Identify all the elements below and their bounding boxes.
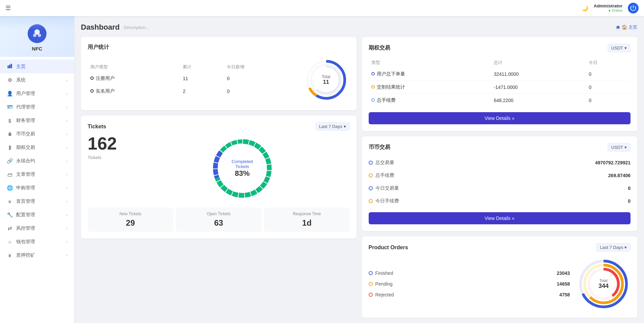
list-item: 总手续费 269.87406 [369, 170, 631, 181]
sidebar-item-perpetual[interactable]: 🔗 永续合约 ‹ [0, 154, 74, 168]
chevron-icon-articles: ‹ [66, 172, 67, 176]
breadcrumb[interactable]: 🏠 主页 [616, 24, 637, 30]
response-time-value: 1d [268, 218, 346, 228]
futures-table: 类型 总计 今日 用户总下单量 32411.0000 0 [369, 58, 631, 107]
table-row: 总手续费 648.2200 0 [369, 94, 631, 107]
tickets-donut-center: Completed Tickets 83% [225, 159, 259, 178]
sidebar-item-finance[interactable]: $ 财务管理 ‹ [0, 114, 74, 127]
sidebar-item-coin-trade[interactable]: Ƀ 币币交易 ‹ [0, 127, 74, 141]
list-item: 今日交易量 0 [369, 183, 631, 194]
futures-header: 期权交易 USDT ▾ [369, 44, 631, 52]
table-row: 交割结果统计 -1471.0000 0 [369, 81, 631, 94]
legend-value-pending: 14658 [557, 281, 570, 287]
response-time-label: Response Time [268, 212, 346, 216]
sidebar-item-system[interactable]: ⚙ 系统 ‹ [0, 73, 74, 87]
chevron-icon-purchase: ‹ [66, 186, 67, 190]
chevron-icon-coin-trade: ‹ [66, 132, 67, 136]
futures-dropdown[interactable]: USDT ▾ [608, 44, 631, 52]
legend-dot-finished [369, 271, 373, 275]
purchase-icon: 🌐 [7, 185, 13, 191]
tickets-dropdown[interactable]: Last 7 Days ▾ [315, 122, 350, 131]
open-tickets-label: Open Tickets [180, 212, 257, 216]
product-orders-content: Finished 23043 Pending 14658 [369, 257, 631, 311]
new-tickets-label: New Tickets [92, 212, 169, 216]
sidebar-nav: 主页 ⚙ 系统 ‹ 👤 用户管理 ‹ 🪪 代理管理 ‹ [0, 57, 74, 265]
list-item: Pending 14658 [369, 279, 570, 289]
sidebar-item-label-home: 主页 [16, 64, 26, 70]
sidebar-item-purchase[interactable]: 🌐 申购管理 ‹ [0, 181, 74, 195]
product-orders-dropdown[interactable]: Last 7 Days ▾ [596, 243, 631, 252]
system-icon: ⚙ [7, 77, 13, 83]
sidebar-item-home[interactable]: 主页 [0, 60, 74, 73]
futures-icon: ₿ [7, 145, 13, 150]
power-button[interactable] [628, 3, 639, 13]
coin-value-2: 269.87406 [608, 173, 631, 178]
sidebar-item-mining[interactable]: ¥ 质押挖矿 ‹ [0, 249, 74, 262]
verified-today: 0 [224, 85, 296, 98]
chevron-icon-risk: ‹ [66, 226, 67, 230]
coin-value-4: 0 [628, 198, 631, 204]
chevron-down-icon-futures: ▾ [624, 45, 627, 51]
donut-total-label: Total [322, 74, 330, 79]
sidebar-item-articles[interactable]: 🗃 文章管理 ‹ [0, 168, 74, 181]
chevron-down-icon-product: ▾ [624, 245, 627, 250]
sidebar-item-homepage[interactable]: ≡ 首页管理 ‹ [0, 195, 74, 208]
main-content: Dashboard Description... 🏠 主页 用户统计 [74, 16, 644, 323]
legend-label-rejected: Rejected [375, 292, 394, 297]
coin-trading-dropdown[interactable]: USDT ▾ [608, 143, 631, 152]
futures-trading-card: 期权交易 USDT ▾ 类型 总计 今日 [362, 37, 638, 131]
wallet-icon: ○ [7, 239, 13, 245]
sidebar-item-wallet[interactable]: ○ 钱包管理 ‹ [0, 235, 74, 249]
coin-trade-icon: Ƀ [7, 132, 13, 137]
sidebar-item-config[interactable]: 🔧 配置管理 ‹ [0, 208, 74, 222]
futures-view-details-button[interactable]: View Details » [369, 112, 631, 124]
sidebar-item-user-mgmt[interactable]: 👤 用户管理 ‹ [0, 87, 74, 100]
tickets-title: Tickets [88, 124, 106, 130]
futures-dropdown-label: USDT [611, 45, 623, 51]
sidebar-item-label-agent-mgmt: 代理管理 [16, 104, 35, 110]
coin-view-details-button[interactable]: View Details » [369, 212, 631, 224]
user-stats-content: 用户类型 累计 今日新增 注册用户 11 [88, 56, 350, 103]
sidebar-item-risk[interactable]: ⇄ 风控管理 ‹ [0, 222, 74, 235]
futures-col-type: 类型 [369, 58, 491, 68]
futures-row1-today: 0 [586, 68, 631, 81]
chevron-icon-user-mgmt: ‹ [66, 92, 67, 96]
left-column: 用户统计 用户类型 累计 今日新增 [81, 37, 357, 318]
page-title: Dashboard [81, 23, 120, 32]
open-tickets-stat: Open Tickets 63 [176, 207, 262, 232]
sidebar-item-futures[interactable]: ₿ 期权交易 ‹ [0, 141, 74, 154]
sidebar-item-label-coin-trade: 币币交易 [16, 131, 35, 137]
trading-dot-light-blue [371, 98, 375, 102]
breadcrumb-label: 🏠 主页 [622, 24, 637, 30]
agent-mgmt-icon: 🪪 [7, 104, 13, 110]
sidebar-item-label-config: 配置管理 [16, 212, 35, 218]
sidebar-item-label-homepage: 首页管理 [16, 198, 35, 204]
sidebar: NFC 主页 ⚙ 系统 ‹ 👤 用户管理 ‹ [0, 16, 74, 323]
right-column: 期权交易 USDT ▾ 类型 总计 今日 [362, 37, 638, 318]
user-name: Administrator [594, 3, 622, 9]
hamburger-menu[interactable]: ☰ [5, 4, 11, 12]
chevron-down-icon-coin: ▾ [624, 145, 627, 150]
coin-dot-blue-1 [369, 161, 373, 165]
tickets-dropdown-label: Last 7 Days [319, 124, 342, 129]
sidebar-item-agent-mgmt[interactable]: 🪪 代理管理 ‹ [0, 100, 74, 114]
tickets-big-number: 162 [88, 135, 128, 152]
user-stats-table: 用户类型 累计 今日新增 注册用户 11 [88, 62, 296, 98]
sidebar-item-label-system: 系统 [16, 77, 26, 83]
theme-toggle-icon[interactable]: 🌙 [582, 5, 588, 11]
dashboard-grid: 用户统计 用户类型 累计 今日新增 [81, 37, 637, 318]
sidebar-logo: NFC [0, 16, 74, 57]
perpetual-icon: 🔗 [7, 158, 13, 164]
page-header: Dashboard Description... 🏠 主页 [81, 23, 637, 32]
sidebar-item-label-finance: 财务管理 [16, 118, 35, 124]
response-time-stat: Response Time 1d [264, 207, 350, 232]
user-mgmt-icon: 👤 [7, 91, 13, 97]
futures-row3-today: 0 [586, 94, 631, 107]
chevron-icon-agent-mgmt: ‹ [66, 105, 67, 109]
chevron-icon-finance: ‹ [66, 119, 67, 123]
product-orders-card: Product Orders Last 7 Days ▾ Finished [362, 236, 638, 318]
user-stats-header: 用户统计 [88, 44, 350, 51]
sidebar-item-label-articles: 文章管理 [16, 171, 35, 177]
coin-value-3: 0 [628, 186, 631, 191]
top-bar-left: ☰ [5, 4, 11, 12]
